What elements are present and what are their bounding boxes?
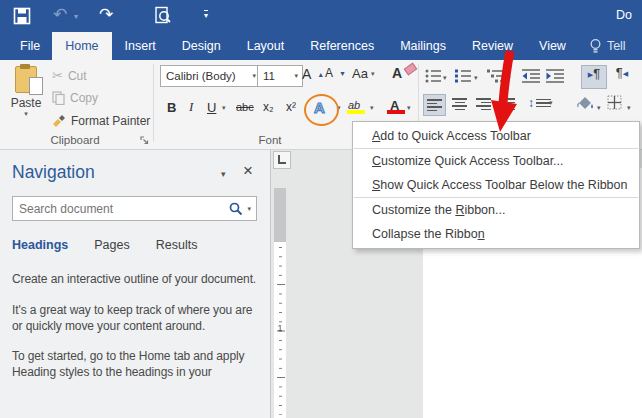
navigation-close-icon[interactable]: × bbox=[243, 162, 253, 180]
copy-icon bbox=[52, 91, 65, 105]
align-left-button[interactable] bbox=[423, 94, 446, 116]
tab-selector-button[interactable] bbox=[273, 151, 291, 169]
bullets-icon[interactable] bbox=[425, 69, 441, 83]
increase-indent-icon[interactable] bbox=[546, 69, 564, 83]
font-size-chevron-down-icon: ▾ bbox=[294, 72, 302, 80]
line-spacing-chevron-down-icon: ▾ bbox=[549, 99, 553, 107]
cut-button: ✂ Cut bbox=[52, 68, 87, 83]
menu-item-show-qat-below[interactable]: Show Quick Access Toolbar Below the Ribb… bbox=[353, 173, 639, 197]
clipboard-dialog-launcher-icon[interactable] bbox=[140, 136, 149, 145]
tab-insert[interactable]: Insert bbox=[112, 32, 169, 60]
ribbon-tab-bar: File Home Insert Design Layout Reference… bbox=[0, 32, 642, 60]
tab-layout[interactable]: Layout bbox=[234, 32, 298, 60]
lightbulb-icon bbox=[589, 38, 602, 54]
search-input[interactable] bbox=[13, 202, 229, 216]
customize-qat-chevron-icon[interactable]: ▾ bbox=[204, 10, 208, 19]
paste-chevron-down-icon: ▾ bbox=[24, 110, 28, 118]
format-painter-icon bbox=[52, 115, 66, 128]
font-color-bar bbox=[387, 110, 405, 114]
nav-tab-headings[interactable]: Headings bbox=[12, 238, 68, 252]
nav-tab-pages[interactable]: Pages bbox=[94, 238, 129, 252]
borders-icon[interactable] bbox=[607, 95, 622, 110]
tab-design[interactable]: Design bbox=[169, 32, 234, 60]
pilcrow-icon: ¶ bbox=[616, 65, 623, 80]
underline-chevron-down-icon[interactable]: ▾ bbox=[222, 104, 226, 112]
print-preview-icon[interactable] bbox=[153, 6, 173, 26]
tab-stop-icon bbox=[278, 155, 286, 164]
font-group-label: Font bbox=[170, 134, 370, 146]
tell-me-box[interactable]: Tell bbox=[579, 32, 626, 60]
navigation-options-chevron-icon[interactable]: ▾ bbox=[221, 169, 226, 179]
caret-down-icon: ▼ bbox=[339, 70, 346, 77]
eraser-icon bbox=[404, 63, 418, 76]
strikethrough-button[interactable]: abc bbox=[236, 95, 254, 119]
subscript-button[interactable]: x₂ bbox=[263, 95, 274, 119]
highlight-color-bar bbox=[347, 110, 365, 114]
numbering-icon[interactable] bbox=[455, 69, 471, 83]
menu-item-customize-ribbon[interactable]: Customize the Ribbon... bbox=[353, 198, 639, 222]
tab-references[interactable]: References bbox=[297, 32, 387, 60]
numbering-chevron-down-icon[interactable]: ▾ bbox=[474, 74, 478, 82]
tab-mailings[interactable]: Mailings bbox=[387, 32, 459, 60]
nav-paragraph: Create an interactive outline of your do… bbox=[12, 272, 260, 288]
navigation-help-text: Create an interactive outline of your do… bbox=[12, 272, 260, 396]
underline-button[interactable]: U bbox=[207, 95, 216, 119]
highlight-chevron-down-icon[interactable]: ▾ bbox=[370, 104, 374, 112]
line-spacing-button[interactable]: ↕ ▾ bbox=[528, 96, 553, 110]
search-icon[interactable] bbox=[229, 202, 243, 216]
tab-home[interactable]: Home bbox=[52, 32, 111, 60]
copy-button: Copy bbox=[52, 91, 98, 105]
grow-font-button[interactable]: A▲ bbox=[302, 66, 324, 82]
ltr-text-direction-button[interactable]: ▶¶ bbox=[581, 65, 607, 89]
title-bar: ↶ ▾ ↷ ▾ Do bbox=[0, 0, 642, 32]
search-box: ▾ bbox=[12, 196, 257, 221]
paste-button[interactable]: Paste ▾ bbox=[6, 64, 46, 136]
search-chevron-down-icon[interactable]: ▾ bbox=[243, 205, 256, 213]
format-painter-button[interactable]: Format Painter bbox=[52, 114, 150, 128]
font-color-chevron-down-icon[interactable]: ▾ bbox=[407, 104, 411, 112]
paste-label: Paste bbox=[11, 96, 42, 110]
navigation-pane-title: Navigation bbox=[12, 162, 95, 183]
bullets-chevron-down-icon[interactable]: ▾ bbox=[443, 74, 447, 82]
nav-tab-results[interactable]: Results bbox=[156, 238, 198, 252]
align-center-button[interactable] bbox=[449, 94, 470, 114]
shrink-font-label: A bbox=[325, 66, 333, 80]
save-icon[interactable] bbox=[13, 7, 31, 25]
font-name-combobox[interactable]: Calibri (Body) ▾ bbox=[160, 65, 261, 87]
font-name-value: Calibri (Body) bbox=[166, 70, 236, 82]
quick-access-context-menu: Add to Quick Access Toolbar Customize Qu… bbox=[352, 121, 640, 249]
word-window: ↶ ▾ ↷ ▾ Do File Home Insert Design Layou… bbox=[0, 0, 642, 418]
grow-font-label: A bbox=[302, 66, 311, 82]
bold-button[interactable]: B bbox=[167, 95, 176, 119]
change-case-label: Aa bbox=[352, 66, 368, 81]
updown-arrow-icon: ↕ bbox=[528, 96, 534, 110]
change-case-button[interactable]: Aa ▾ bbox=[352, 66, 374, 81]
font-size-value: 11 bbox=[263, 70, 275, 82]
format-painter-label: Format Painter bbox=[71, 114, 150, 128]
scissors-icon: ✂ bbox=[52, 68, 63, 83]
undo-icon: ↶ bbox=[53, 4, 67, 26]
menu-item-collapse-ribbon[interactable]: Collapse the Ribbon bbox=[353, 222, 639, 246]
redo-icon[interactable]: ↷ bbox=[99, 4, 113, 26]
caret-up-icon: ▲ bbox=[317, 71, 324, 78]
menu-item-customize-qat[interactable]: Customize Quick Access Toolbar... bbox=[353, 149, 639, 173]
nav-paragraph: It's a great way to keep track of where … bbox=[12, 303, 260, 335]
clear-formatting-button[interactable]: A bbox=[392, 65, 416, 81]
shrink-font-button[interactable]: A▼ bbox=[325, 66, 346, 80]
group-divider bbox=[153, 64, 154, 142]
tell-me-label: Tell bbox=[607, 32, 626, 60]
tab-view[interactable]: View bbox=[526, 32, 579, 60]
tab-file[interactable]: File bbox=[8, 32, 52, 60]
rtl-text-direction-button[interactable]: ¶◀ bbox=[610, 65, 634, 87]
clipboard-group-label: Clipboard bbox=[0, 134, 150, 146]
superscript-button[interactable]: x² bbox=[286, 95, 296, 119]
italic-button[interactable]: I bbox=[189, 95, 193, 119]
borders-chevron-down-icon[interactable]: ▾ bbox=[627, 104, 631, 112]
ruler-number: 1 bbox=[274, 323, 286, 333]
shading-bucket-icon[interactable] bbox=[576, 95, 595, 112]
undo-chevron-down-icon: ▾ bbox=[74, 12, 78, 21]
font-size-combobox[interactable]: 11 ▾ bbox=[257, 65, 303, 87]
window-title: Do bbox=[616, 8, 632, 22]
align-left-icon bbox=[427, 99, 442, 111]
shading-chevron-down-icon[interactable]: ▾ bbox=[597, 104, 601, 112]
